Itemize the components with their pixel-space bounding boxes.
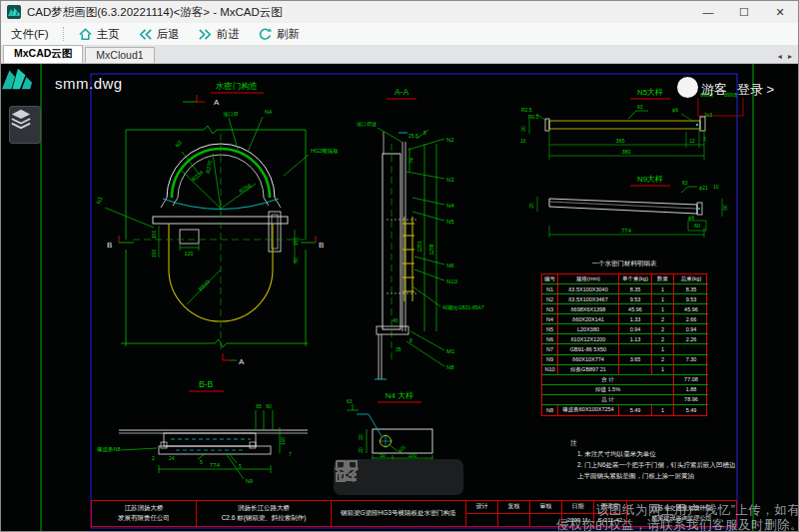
dim-100: 100 xyxy=(408,452,417,458)
aa-section: A-A 坡口焊缝 25.6 5 74 xyxy=(356,87,484,379)
tab-bar: MxCAD云图 MxCloud1 ◂ ▸ xyxy=(1,46,798,64)
td: 0.94 xyxy=(674,324,708,334)
refresh-button[interactable]: 刷新 xyxy=(249,23,309,45)
dim-150: 150 xyxy=(151,250,157,259)
n4-detail: N4 大样 φ21 63 20 20 50 100 xyxy=(347,391,432,461)
n9-title: N9大样 xyxy=(637,175,663,184)
home-icon xyxy=(78,27,93,42)
maximize-button[interactable]: ☐ xyxy=(726,1,762,23)
favorite-button[interactable] xyxy=(384,463,413,491)
file-menu[interactable]: 文件(F) xyxy=(1,27,59,42)
th: 单个重(kg) xyxy=(619,274,652,284)
close-button[interactable]: ✕ xyxy=(762,1,798,23)
plan-title: 水密门构造 xyxy=(216,81,259,91)
dim-50: 50 xyxy=(722,205,728,211)
dim-5a: 5 xyxy=(200,459,203,465)
phi9-label: φ9 xyxy=(688,215,694,221)
weld-mark: 63 xyxy=(637,104,643,110)
td xyxy=(619,365,652,375)
td xyxy=(674,365,708,375)
section-marker-a-top: A xyxy=(214,98,220,107)
qrcode-button[interactable] xyxy=(426,463,456,491)
td: δ10X12X1200 xyxy=(558,334,619,344)
home-label: 主页 xyxy=(97,27,120,42)
dim-3: 3 xyxy=(703,136,706,142)
back-icon xyxy=(138,27,153,42)
forward-button[interactable]: 前进 xyxy=(189,23,249,45)
dim-65: 65 xyxy=(256,403,262,409)
td: 2.66 xyxy=(674,314,708,324)
th: 规格(mm) xyxy=(558,274,619,284)
back-label: 后退 xyxy=(157,27,180,42)
k23-label: 2x3 xyxy=(704,112,712,118)
th: 数量 xyxy=(652,274,674,284)
material-table-title: 一个水密门材料明细表 xyxy=(541,260,707,268)
tab-mxcad[interactable]: MxCAD云图 xyxy=(3,45,83,63)
label-n8: N8 xyxy=(446,364,454,370)
td: δ60X20X141 xyxy=(558,314,619,324)
th-design: 设计 xyxy=(466,501,498,514)
dim-10: 10 xyxy=(520,138,526,144)
td: 45.96 xyxy=(619,304,652,314)
project-cell: 润扬长江公路大桥 C2.6 标(钢箱梁、斜拉索制作) xyxy=(197,501,332,526)
minimize-button[interactable]: — xyxy=(690,1,726,23)
part-label-hg2: HG2横隔板 xyxy=(311,148,339,155)
project-line1: 润扬长江公路大桥 xyxy=(197,504,331,513)
label-n2: N2 xyxy=(446,137,454,143)
note-line: 1. 未注尺寸均以毫米为单位 xyxy=(570,448,742,459)
avatar[interactable] xyxy=(677,77,698,98)
project-line2: C2.6 标(钢箱梁、斜拉索制作) xyxy=(197,514,331,523)
td: 3.65 xyxy=(619,355,652,365)
dim-40: 40 xyxy=(393,317,399,323)
td: 焊条GB897 21 xyxy=(558,365,619,375)
login-button[interactable]: 登录 > xyxy=(737,81,774,99)
dim-74: 74 xyxy=(408,158,414,164)
td: 1 xyxy=(652,344,674,354)
label-rubber-n8: 橡皮条N8 xyxy=(97,446,121,453)
floating-toolbar xyxy=(334,459,463,495)
layers-button[interactable] xyxy=(9,106,41,144)
section-marker-b-left: B xyxy=(107,241,112,250)
total-value: 78.96 xyxy=(674,395,708,405)
dim-12: 12 xyxy=(689,138,695,144)
total-label: 总 计 xyxy=(542,395,674,405)
hole-label: φ21 xyxy=(397,443,407,453)
drawing-name-cell: 钢箱梁G梁段HG3号横隔板处水密门构造 xyxy=(332,501,466,526)
dim-365: 365 xyxy=(615,138,624,144)
bb-section-title: B-B xyxy=(199,379,214,389)
td: 9.53 xyxy=(619,294,652,304)
td: 2.26 xyxy=(674,334,708,344)
weld-label: 坡口焊 xyxy=(223,111,239,118)
home-button[interactable]: 主页 xyxy=(69,23,129,45)
tab-mxcloud1[interactable]: MxCloud1 xyxy=(85,47,154,63)
td: δ3.5X100X3467 xyxy=(558,294,619,304)
part-label-n1: N1 xyxy=(95,195,104,205)
tab-scroll-arrows[interactable]: ◂ ▸ xyxy=(778,52,798,63)
dim-60: 60 xyxy=(694,223,700,229)
user-label[interactable]: 游客 xyxy=(701,81,727,99)
company-line1: 江苏润扬大桥 xyxy=(92,504,196,513)
td: 1.33 xyxy=(619,314,652,324)
radius-label: R270 xyxy=(205,160,213,174)
td: 5.49 xyxy=(619,405,652,415)
bb-detail: 橡皮条N8 65 60 110 7 774 2 24 5 5 N9 xyxy=(97,403,308,484)
forward-icon xyxy=(198,27,213,42)
label-n10: N10 xyxy=(446,278,458,284)
back-button[interactable]: 后退 xyxy=(129,23,189,45)
dim-774: 774 xyxy=(621,228,632,234)
dim-24: 24 xyxy=(169,455,175,461)
td: N7 xyxy=(542,344,558,354)
td: N10 xyxy=(542,365,558,375)
cad-canvas[interactable]: 896页 899页 水密门构造 A B xyxy=(1,64,799,532)
th-date: 日期 xyxy=(562,501,594,514)
th: 总重(kg) xyxy=(674,274,708,284)
td: N4 xyxy=(542,314,558,324)
radius-label: R256 xyxy=(238,183,252,195)
aa-section-title: A-A xyxy=(395,87,409,97)
drawing-name: 钢箱梁G梁段HG3号横隔板处水密门构造 xyxy=(332,509,465,518)
radius-label-bottom: R849 xyxy=(197,278,211,292)
window-title: CAD梦想画图(6.3.20221114)<游客> - MxCAD云图 xyxy=(27,5,690,20)
drawing-notes: 注 1. 未注尺寸均以毫米为单位 2. 门上N6处装一个把手于门侧，钉头拧紧后嵌… xyxy=(570,437,742,481)
app-window: CAD梦想画图(6.3.20221114)<游客> - MxCAD云图 — ☐ … xyxy=(0,0,799,532)
dim-1298: 1298 xyxy=(428,244,434,255)
